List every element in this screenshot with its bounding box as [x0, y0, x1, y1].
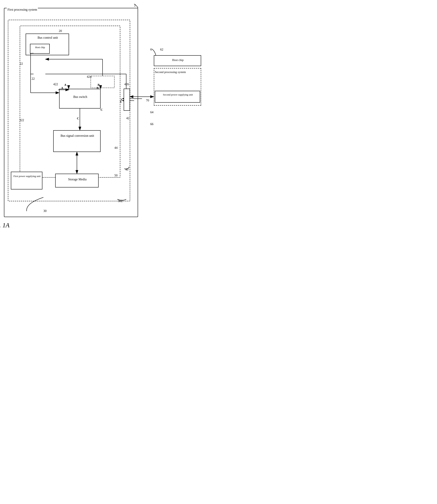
ref-70: 70 — [146, 99, 149, 102]
host-chip-box: Host chip — [30, 44, 50, 54]
first-power-supplying-box: First power supplying unit — [11, 172, 42, 189]
letter-A: A — [61, 86, 63, 90]
ref-66: 66 — [150, 122, 153, 126]
ref-20: 20 — [59, 29, 62, 33]
fig-label: Fig. 1A — [0, 222, 109, 229]
letter-C: C — [100, 108, 103, 112]
first-power-supplying-label: First power supplying unit — [13, 175, 41, 178]
bus-control-unit-box: Bus control unit Host chip — [26, 33, 69, 55]
ref-322: 322 — [19, 118, 24, 122]
ref-426: 426 — [124, 82, 129, 86]
host-chip-right-label: Host chip — [156, 58, 199, 62]
ref-62: 62 — [160, 48, 163, 51]
bus-signal-conversion-box: Bus signal conversion unit — [53, 130, 100, 152]
bus-control-unit-label: Bus control unit — [30, 36, 65, 40]
ref-424: 424 — [87, 75, 91, 79]
ref-302: 302 — [118, 199, 123, 203]
ref-40: 40 — [125, 168, 128, 171]
bus-switch-box: Bus switch — [59, 89, 100, 109]
letter-S: S — [120, 100, 121, 103]
bus-switch-label: Bus switch — [63, 95, 97, 99]
first-processing-system-label: First processing system — [7, 8, 38, 11]
letter-B: B — [97, 86, 99, 90]
bus-signal-conversion-label: Bus signal conversion unit — [56, 134, 99, 138]
ref-44: 44 — [114, 146, 118, 150]
ref-22: 22 — [31, 77, 35, 81]
storage-media-box: Storage Media — [55, 174, 99, 187]
second-power-supplying-box: Second power supplying unit — [155, 91, 200, 103]
second-processing-system-label: Second processing system — [155, 70, 186, 74]
ref-30: 30 — [43, 209, 47, 213]
ref-42: 42 — [126, 116, 129, 120]
host-chip-label: Host chip — [32, 46, 48, 49]
ref-64: 64 — [150, 111, 153, 114]
ref-50: 50 — [114, 174, 118, 177]
ref-422: 422 — [53, 82, 58, 86]
ref-6: 6 — [150, 48, 152, 51]
host-chip-right-box: Host chip — [154, 55, 201, 66]
storage-media-label: Storage Media — [58, 178, 97, 181]
ref-2: 2 — [134, 4, 136, 7]
second-power-supplying-label: Second power supplying unit — [157, 93, 199, 96]
